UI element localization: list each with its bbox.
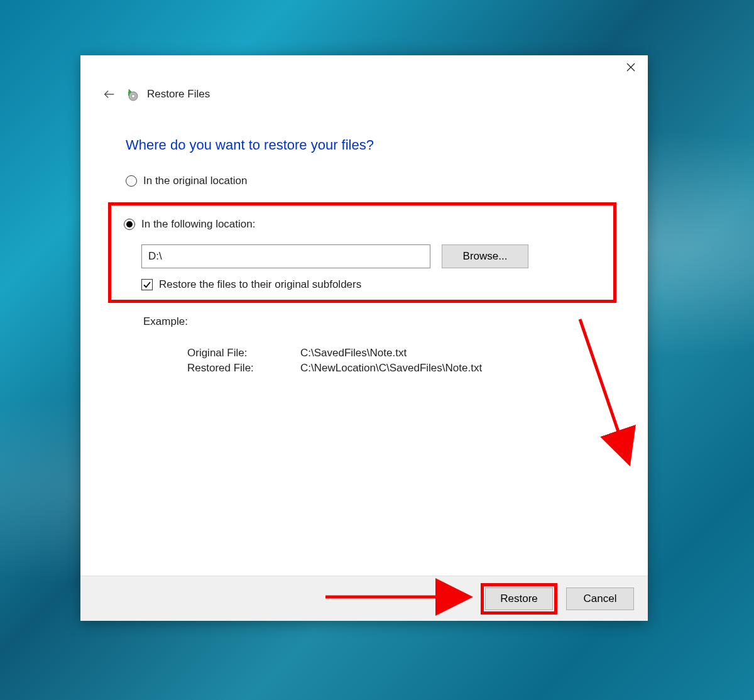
close-icon	[626, 63, 635, 72]
checkbox-label: Restore the files to their original subf…	[159, 278, 361, 291]
svg-rect-5	[128, 92, 129, 96]
titlebar	[80, 55, 648, 74]
dialog-title: Restore Files	[147, 88, 210, 101]
radio-icon	[126, 175, 137, 187]
cancel-button[interactable]: Cancel	[566, 588, 634, 610]
dialog-header: Restore Files	[80, 74, 648, 103]
example-original-value: C:\SavedFiles\Note.txt	[300, 347, 610, 359]
radio-label: In the original location	[143, 175, 247, 187]
dialog-content: Where do you want to restore your files?…	[80, 103, 648, 576]
location-input-row: Browse...	[141, 244, 588, 268]
example-label: Example:	[143, 315, 610, 328]
restore-files-icon	[126, 87, 139, 101]
radio-icon	[124, 219, 135, 230]
back-button[interactable]	[101, 85, 118, 103]
example-block: Example: Original File: C:\SavedFiles\No…	[143, 315, 610, 375]
radio-label: In the following location:	[141, 218, 255, 231]
checkbox-icon	[141, 279, 153, 290]
page-heading: Where do you want to restore your files?	[126, 137, 610, 153]
restore-path-input[interactable]	[141, 244, 430, 268]
restore-highlight-annotation: Restore	[481, 583, 557, 615]
svg-point-4	[132, 95, 135, 98]
restore-button[interactable]: Restore	[485, 588, 553, 610]
highlight-annotation-box: In the following location: Browse... Res…	[108, 202, 616, 303]
example-original-label: Original File:	[187, 347, 300, 359]
example-restored-value: C:\NewLocation\C\SavedFiles\Note.txt	[300, 362, 610, 375]
browse-button[interactable]: Browse...	[442, 244, 528, 268]
example-restored-label: Restored File:	[187, 362, 300, 375]
dialog-footer: Restore Cancel	[80, 576, 648, 621]
radio-original-location[interactable]: In the original location	[126, 175, 610, 187]
restore-files-dialog: Restore Files Where do you want to resto…	[80, 55, 648, 621]
radio-following-location[interactable]: In the following location:	[124, 218, 588, 231]
back-arrow-icon	[102, 87, 116, 101]
restore-subfolders-checkbox[interactable]: Restore the files to their original subf…	[141, 278, 588, 291]
